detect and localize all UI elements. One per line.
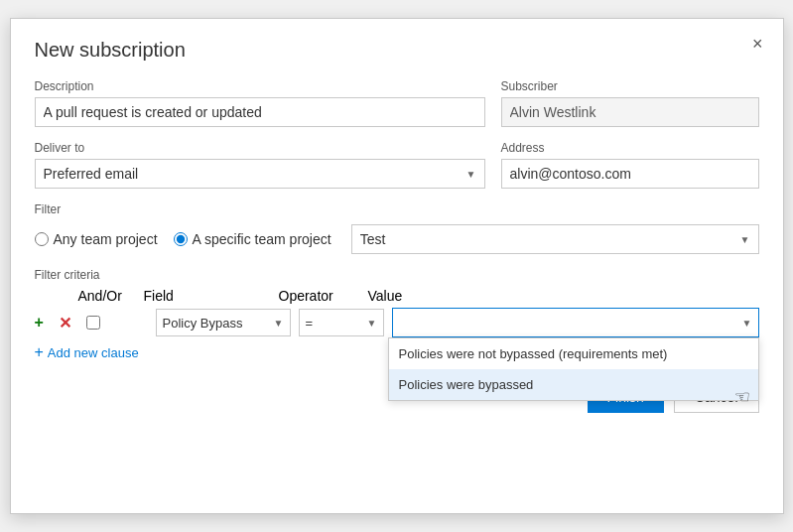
subscriber-label: Subscriber xyxy=(501,79,759,93)
operator-header: Operator xyxy=(279,288,368,304)
value-arrow-icon: ▼ xyxy=(736,318,758,329)
project-dropdown[interactable]: Test ▼ xyxy=(351,224,759,254)
subscriber-input xyxy=(501,97,759,127)
cursor-icon: ☞ xyxy=(734,386,750,408)
value-header: Value xyxy=(368,288,759,304)
option-bypassed[interactable]: Policies were bypassed ☞ xyxy=(389,369,758,400)
specific-team-project-label: A specific team project xyxy=(193,231,331,247)
add-clause-label: Add new clause xyxy=(48,345,139,360)
criteria-row: + ✕ Policy Bypass ▼ = ▼ ▼ xyxy=(35,308,759,337)
field-dropdown[interactable]: Policy Bypass ▼ xyxy=(156,309,291,336)
specific-team-project-radio[interactable]: A specific team project xyxy=(174,231,331,247)
option-bypassed-label: Policies were bypassed xyxy=(399,377,534,392)
any-team-project-label: Any team project xyxy=(54,231,158,247)
value-input[interactable] xyxy=(393,309,736,336)
remove-criteria-icon[interactable]: ✕ xyxy=(59,314,71,332)
specific-team-project-radio-input[interactable] xyxy=(174,232,188,246)
address-input[interactable] xyxy=(501,159,759,189)
field-header: Field xyxy=(144,288,279,304)
new-subscription-dialog: × New subscription Description Subscribe… xyxy=(10,18,784,514)
project-arrow-icon: ▼ xyxy=(740,234,750,245)
and-or-header: And/Or xyxy=(78,288,144,304)
dialog-title: New subscription xyxy=(35,39,759,62)
field-value: Policy Bypass xyxy=(163,316,243,331)
add-clause-plus-icon: + xyxy=(35,343,44,361)
criteria-header-row: And/Or Field Operator Value xyxy=(35,288,759,304)
any-team-project-radio-input[interactable] xyxy=(35,232,49,246)
filter-radio-group: Any team project A specific team project xyxy=(35,231,331,247)
deliver-to-value: Preferred email xyxy=(44,166,139,182)
operator-arrow-icon: ▼ xyxy=(367,318,377,329)
option-not-bypassed[interactable]: Policies were not bypassed (requirements… xyxy=(389,338,758,369)
deliver-to-dropdown[interactable]: Preferred email ▼ xyxy=(35,159,485,189)
deliver-to-label: Deliver to xyxy=(35,141,485,155)
filter-criteria-label: Filter criteria xyxy=(35,268,759,282)
project-value: Test xyxy=(360,231,386,247)
description-label: Description xyxy=(35,79,485,93)
operator-dropdown[interactable]: = ▼ xyxy=(299,309,384,336)
filter-label: Filter xyxy=(35,202,759,216)
any-team-project-radio[interactable]: Any team project xyxy=(35,231,158,247)
add-criteria-icon[interactable]: + xyxy=(35,314,44,332)
field-arrow-icon: ▼ xyxy=(274,318,284,329)
value-dropdown-popup: Policies were not bypassed (requirements… xyxy=(388,337,759,401)
description-input[interactable] xyxy=(35,97,485,127)
address-label: Address xyxy=(501,141,759,155)
operator-value: = xyxy=(306,316,314,331)
criteria-checkbox[interactable] xyxy=(86,316,100,330)
deliver-to-arrow-icon: ▼ xyxy=(466,169,476,180)
close-button[interactable]: × xyxy=(746,33,769,55)
